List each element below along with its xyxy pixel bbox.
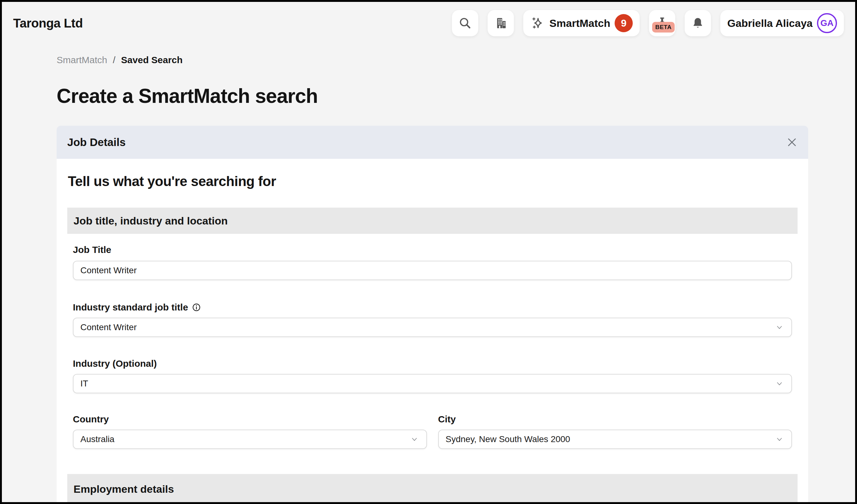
- user-name: Gabriella Alicaya: [727, 17, 812, 29]
- intro-heading: Tell us what you're searching for: [68, 159, 797, 190]
- breadcrumb-separator: /: [113, 54, 115, 66]
- industry-standard-value: Content Writer: [80, 322, 137, 332]
- top-bar: Taronga Ltd: [13, 10, 844, 36]
- smartmatch-button-label: SmartMatch: [550, 17, 610, 29]
- job-details-panel-header: Job Details: [56, 126, 808, 159]
- notifications-button[interactable]: [685, 10, 711, 36]
- section-title: Job title, industry and location: [73, 215, 228, 227]
- info-icon[interactable]: [192, 303, 201, 312]
- search-icon: [458, 16, 472, 30]
- chevron-down-icon: [774, 379, 785, 389]
- country-label: Country: [73, 413, 427, 425]
- sparkle-icon: [530, 16, 545, 31]
- country-value: Australia: [80, 434, 115, 444]
- main-content: SmartMatch / Saved Search Create a Smart…: [56, 54, 808, 504]
- city-select[interactable]: Sydney, New South Wales 2000: [438, 430, 792, 449]
- breadcrumb-smartmatch[interactable]: SmartMatch: [56, 54, 107, 66]
- bell-icon: [691, 16, 705, 30]
- avatar: GA: [817, 13, 837, 33]
- city-label-text: City: [438, 413, 456, 425]
- company-brand: Taronga Ltd: [13, 16, 83, 30]
- section-job-title-industry-location: Job title, industry and location: [67, 208, 797, 234]
- panel-title: Job Details: [67, 136, 126, 149]
- industry-standard-select[interactable]: Content Writer: [73, 318, 792, 337]
- job-title-label-text: Job Title: [73, 244, 111, 256]
- user-menu-button[interactable]: Gabriella Alicaya GA: [720, 10, 844, 36]
- job-title-label: Job Title: [73, 244, 792, 256]
- city-label: City: [438, 413, 792, 425]
- breadcrumb: SmartMatch / Saved Search: [56, 54, 808, 66]
- city-col: City Sydney, New South Wales 2000: [438, 413, 792, 449]
- smartmatch-button[interactable]: SmartMatch 9: [523, 10, 640, 36]
- close-icon: [786, 136, 798, 149]
- labs-beta-button[interactable]: BETA: [649, 10, 675, 36]
- country-label-text: Country: [73, 413, 109, 425]
- section-title: Employment details: [73, 483, 174, 495]
- industry-value: IT: [80, 379, 88, 389]
- job-details-panel-body: Tell us what you're searching for Job ti…: [56, 159, 808, 504]
- chevron-down-icon: [774, 322, 785, 332]
- job-title-value: Content Writer: [80, 265, 137, 275]
- industry-standard-label-text: Industry standard job title: [73, 301, 188, 313]
- close-panel-button[interactable]: [785, 135, 800, 150]
- country-col: Country Australia: [73, 413, 427, 449]
- industry-standard-label: Industry standard job title: [73, 301, 792, 313]
- chevron-down-icon: [409, 434, 419, 444]
- search-button[interactable]: [452, 10, 478, 36]
- page-title: Create a SmartMatch search: [56, 85, 808, 107]
- building-icon: [493, 16, 508, 30]
- city-value: Sydney, New South Wales 2000: [446, 434, 570, 444]
- companies-button[interactable]: [488, 10, 514, 36]
- industry-label: Industry (Optional): [73, 358, 792, 369]
- section-employment-details: Employment details: [67, 474, 797, 504]
- top-bar-actions: SmartMatch 9 BETA Gabriella Al: [452, 10, 844, 36]
- smartmatch-count-badge: 9: [615, 14, 633, 32]
- fields-wrap: Job Title Content Writer Industry standa…: [67, 244, 797, 449]
- country-select[interactable]: Australia: [73, 430, 427, 449]
- industry-select[interactable]: IT: [73, 374, 792, 393]
- country-city-row: Country Australia: [73, 413, 792, 449]
- job-title-input[interactable]: Content Writer: [73, 261, 792, 280]
- chevron-down-icon: [774, 434, 785, 444]
- industry-label-text: Industry (Optional): [73, 358, 157, 369]
- beta-badge: BETA: [652, 22, 675, 33]
- breadcrumb-saved-search: Saved Search: [121, 54, 183, 66]
- job-details-panel: Job Details Tell us what you're searchin…: [56, 126, 808, 504]
